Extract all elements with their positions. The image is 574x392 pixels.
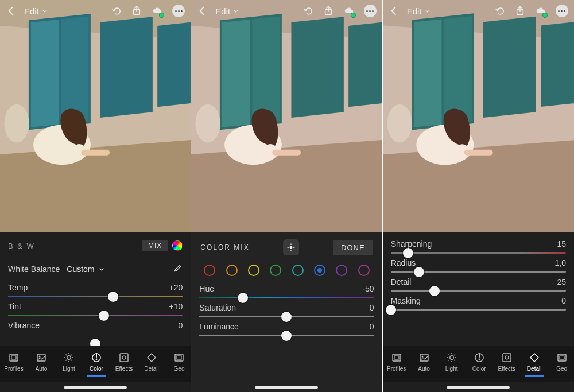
temp-label: Temp — [8, 283, 28, 292]
tool-profiles[interactable]: Profiles — [0, 352, 28, 377]
mode-label: Edit — [215, 6, 230, 16]
more-icon[interactable] — [364, 5, 377, 17]
detail-panel: Sharpening 15 Radius 1,0 Detail 25 — [383, 232, 574, 392]
vibrance-value: 0 — [179, 321, 183, 330]
more-icon[interactable] — [172, 5, 185, 17]
back-icon[interactable] — [389, 5, 400, 17]
masking-slider[interactable]: Masking 0 — [383, 293, 574, 312]
white-balance-dropdown[interactable]: Custom — [67, 265, 104, 274]
swatch-magenta[interactable] — [358, 265, 370, 276]
eyedropper-icon[interactable] — [172, 263, 183, 275]
home-indicator[interactable] — [447, 386, 510, 389]
hue-label: Hue — [199, 284, 214, 293]
undo-icon[interactable] — [302, 5, 313, 17]
radius-slider[interactable]: Radius 1,0 — [383, 255, 574, 274]
undo-icon[interactable] — [110, 5, 122, 17]
tint-label: Tint — [8, 302, 21, 311]
vibrance-slider[interactable]: Vibrance 0 — [0, 317, 191, 340]
mode-dropdown[interactable]: Edit — [24, 6, 48, 16]
tool-auto[interactable]: Auto — [28, 352, 55, 377]
color-swatches: .swatch.sel::after{background:#2e6fd4} — [191, 262, 382, 281]
bw-toggle[interactable]: B & W — [8, 242, 35, 250]
temp-slider[interactable]: Temp +20 — [0, 280, 191, 298]
mix-label: MIX — [142, 240, 168, 251]
sharpening-value: 15 — [557, 239, 566, 249]
white-balance-value: Custom — [67, 265, 94, 274]
tool-geometry[interactable]: Geo — [165, 352, 191, 377]
color-panel: B & W MIX White Balance Custom — [0, 232, 191, 392]
tint-slider[interactable]: Tint +10 — [0, 298, 191, 317]
vibrance-label: Vibrance — [8, 321, 40, 330]
more-icon[interactable] — [556, 5, 568, 17]
tool-effects[interactable]: Effects — [110, 352, 138, 377]
done-button[interactable]: DONE — [333, 240, 373, 255]
detail-label: Detail — [391, 277, 412, 286]
masking-label: Masking — [391, 296, 421, 305]
mode-dropdown[interactable]: Edit — [215, 6, 239, 16]
cloud-sync-icon[interactable] — [343, 5, 355, 17]
saturation-value: 0 — [370, 303, 374, 312]
luminance-value: 0 — [370, 322, 374, 331]
back-icon[interactable] — [197, 5, 208, 17]
share-icon[interactable] — [131, 5, 142, 17]
mode-label: Edit — [24, 6, 39, 16]
cloud-sync-icon[interactable] — [535, 5, 546, 17]
tool-profiles[interactable]: Profiles — [383, 352, 410, 377]
share-icon[interactable] — [514, 5, 526, 17]
swatch-green[interactable] — [270, 265, 281, 276]
tool-geometry[interactable]: Geo — [548, 352, 574, 377]
tool-detail[interactable]: Detail — [521, 352, 548, 377]
undo-icon[interactable] — [494, 5, 505, 17]
radius-label: Radius — [391, 258, 416, 267]
color-mix-panel: COLOR MIX DONE .swatch.sel::after{backgr… — [191, 232, 382, 392]
share-icon[interactable] — [323, 5, 334, 17]
temp-value: +20 — [169, 283, 183, 292]
radius-value: 1,0 — [555, 258, 566, 267]
home-indicator[interactable] — [255, 386, 318, 389]
home-indicator[interactable] — [64, 386, 127, 389]
color-mix-title: COLOR MIX — [200, 243, 249, 251]
back-icon[interactable] — [6, 5, 17, 17]
mix-button[interactable]: MIX — [142, 240, 183, 251]
tool-effects[interactable]: Effects — [493, 352, 521, 377]
tool-light[interactable]: Light — [438, 352, 466, 377]
swatch-orange[interactable] — [226, 265, 238, 276]
detail-value: 25 — [557, 277, 566, 286]
color-wheel-icon — [172, 240, 183, 251]
swatch-yellow[interactable] — [248, 265, 259, 276]
mode-label: Edit — [407, 6, 422, 16]
top-toolbar: Edit — [383, 0, 574, 22]
target-adjust-icon[interactable] — [283, 239, 299, 255]
hue-slider[interactable]: Hue -50 — [191, 281, 382, 300]
swatch-aqua[interactable] — [292, 265, 304, 276]
tool-color[interactable]: Color — [83, 352, 110, 377]
sharpening-label: Sharpening — [391, 239, 432, 249]
screen-color: Edit B & W MIX White Bala — [0, 0, 191, 392]
swatch-purple[interactable] — [336, 265, 347, 276]
mode-dropdown[interactable]: Edit — [407, 6, 431, 16]
saturation-label: Saturation — [199, 303, 236, 312]
cloud-sync-icon[interactable] — [152, 5, 163, 17]
screen-color-mix: Edit COLOR MIX DONE — [191, 0, 382, 392]
masking-value: 0 — [561, 296, 566, 305]
tint-value: +10 — [169, 302, 183, 311]
swatch-red[interactable] — [204, 265, 215, 276]
tool-auto[interactable]: Auto — [410, 352, 438, 377]
tool-color[interactable]: Color — [466, 352, 493, 377]
photo-preview[interactable] — [0, 0, 191, 232]
tool-strip: Profiles Auto Light Color Effects Detail… — [0, 346, 191, 382]
white-balance-label: White Balance — [8, 265, 60, 274]
photo-preview[interactable] — [191, 0, 382, 232]
sharpening-slider[interactable]: Sharpening 15 — [383, 232, 574, 255]
tool-light[interactable]: Light — [55, 352, 83, 377]
hue-value: -50 — [362, 284, 374, 293]
detail-slider[interactable]: Detail 25 — [383, 274, 574, 293]
saturation-slider[interactable]: Saturation 0 — [191, 300, 382, 319]
screen-detail: Edit Sharpening 15 Radiu — [383, 0, 574, 392]
top-toolbar: Edit — [0, 0, 191, 22]
tool-strip: Profiles Auto Light Color Effects Detail… — [383, 346, 574, 382]
top-toolbar: Edit — [191, 0, 382, 22]
photo-preview[interactable] — [383, 0, 574, 232]
tool-detail[interactable]: Detail — [138, 352, 165, 377]
swatch-blue[interactable]: .swatch.sel::after{background:#2e6fd4} — [314, 265, 325, 276]
